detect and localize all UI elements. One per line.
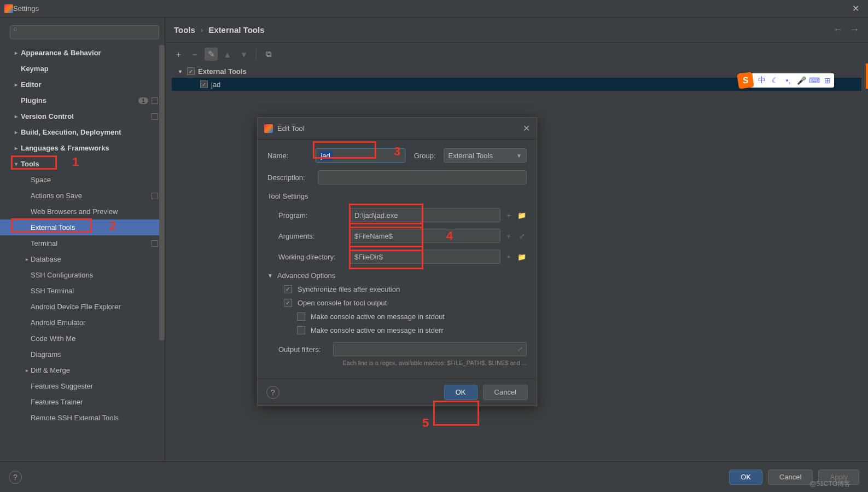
sidebar-item-languages[interactable]: Languages & Frameworks <box>0 140 165 156</box>
group-combobox[interactable]: External Tools ▼ <box>444 148 527 163</box>
ime-lang[interactable]: 中 <box>755 76 768 85</box>
move-down-button[interactable]: ▼ <box>237 48 251 61</box>
settings-search-input[interactable] <box>10 25 159 39</box>
external-tools-toolbar: ＋ − ✎ ▲ ▼ ⧉ <box>165 46 868 62</box>
sidebar-item-features-trainer[interactable]: Features Trainer <box>0 394 165 410</box>
dialog-cancel-button[interactable]: Cancel <box>483 385 528 400</box>
browse-folder-icon[interactable]: 📁 <box>517 253 527 261</box>
window-titlebar: Settings ✕ <box>0 0 868 18</box>
console-stderr-checkbox[interactable]: Make console active on message in stderr <box>297 326 527 334</box>
move-up-button[interactable]: ▲ <box>221 48 234 61</box>
browse-folder-icon[interactable]: 📁 <box>517 211 527 219</box>
grid-icon[interactable]: ⊞ <box>821 76 834 85</box>
program-label: Program: <box>278 211 349 219</box>
open-console-checkbox[interactable]: ✓ Open console for tool output <box>284 299 527 307</box>
sidebar-item-diagrams[interactable]: Diagrams <box>0 346 165 362</box>
checkbox-icon[interactable]: ✓ <box>200 80 208 88</box>
tool-settings-heading: Tool Settings <box>267 192 527 200</box>
toolbar-separator <box>256 49 257 59</box>
nav-forward-icon[interactable]: → <box>849 24 859 36</box>
sidebar-item-build[interactable]: Build, Execution, Deployment <box>0 124 165 140</box>
dialog-title: Edit Tool <box>277 124 305 132</box>
settings-cancel-button[interactable]: Cancel <box>768 470 813 485</box>
sync-files-checkbox[interactable]: ✓ Synchronize files after execution <box>284 285 527 293</box>
expand-icon[interactable]: ⤢ <box>517 345 523 353</box>
advanced-options-toggle[interactable]: ▼ Advanced Options <box>267 271 527 280</box>
help-icon[interactable]: ? <box>9 471 22 484</box>
description-label: Description: <box>267 173 318 182</box>
sidebar-item-actions-on-save[interactable]: Actions on Save <box>0 188 165 204</box>
sidebar-item-external-tools[interactable]: External Tools <box>0 219 165 235</box>
settings-footer: ? OK Cancel Apply <box>0 461 868 492</box>
checkbox-icon[interactable]: ✓ <box>187 67 195 75</box>
sidebar-item-terminal[interactable]: Terminal <box>0 235 165 251</box>
window-close-icon[interactable]: ✕ <box>848 3 864 14</box>
sidebar-item-diff-merge[interactable]: Diff & Merge <box>0 362 165 378</box>
insert-macro-icon[interactable]: + <box>504 211 514 219</box>
sidebar-item-web-browsers[interactable]: Web Browsers and Preview <box>0 204 165 219</box>
accent-edge <box>866 63 868 89</box>
insert-macro-icon[interactable]: + <box>504 232 514 240</box>
settings-sidebar: ⌕ Appearance & Behavior Keymap Editor Pl… <box>0 18 165 461</box>
sidebar-item-features-suggester[interactable]: Features Suggester <box>0 378 165 394</box>
output-filters-input[interactable]: ⤢ <box>333 342 527 356</box>
plugins-badge: 1 <box>138 97 148 104</box>
breadcrumb-root[interactable]: Tools <box>174 25 195 34</box>
program-input[interactable] <box>349 208 500 222</box>
microphone-icon[interactable]: 🎤 <box>795 76 808 85</box>
checkbox-icon: ✓ <box>284 285 292 293</box>
chevron-down-icon: ▼ <box>267 273 273 279</box>
keyboard-icon[interactable]: ⌨ <box>808 76 821 85</box>
dialog-close-icon[interactable]: ✕ <box>523 123 530 134</box>
arguments-input[interactable] <box>349 229 500 243</box>
insert-macro-icon[interactable]: + <box>504 253 514 261</box>
remove-button[interactable]: − <box>188 48 201 61</box>
breadcrumb-leaf: External Tools <box>208 25 264 34</box>
console-stdout-checkbox[interactable]: Make console active on message in stdout <box>297 312 527 321</box>
help-icon[interactable]: ? <box>266 386 279 399</box>
arguments-label: Arguments: <box>278 232 349 240</box>
sidebar-item-android-device[interactable]: Android Device File Explorer <box>0 299 165 315</box>
breadcrumb: Tools › External Tools ← → <box>165 18 868 43</box>
ime-punct-icon[interactable]: •, <box>782 76 795 85</box>
edit-button[interactable]: ✎ <box>205 48 218 61</box>
project-scope-icon <box>152 97 158 104</box>
dialog-ok-button[interactable]: OK <box>444 385 477 400</box>
sidebar-item-remote-ssh[interactable]: Remote SSH External Tools <box>0 410 165 426</box>
sidebar-item-editor[interactable]: Editor <box>0 77 165 92</box>
ime-toolbar[interactable]: S 中 ☾ •, 🎤 ⌨ ⊞ <box>739 73 834 88</box>
sidebar-item-space[interactable]: Space <box>0 172 165 188</box>
project-scope-icon <box>152 240 158 247</box>
ime-logo-icon[interactable]: S <box>737 72 754 89</box>
add-button[interactable]: ＋ <box>172 48 185 61</box>
sidebar-item-database[interactable]: Database <box>0 251 165 267</box>
sidebar-item-android-emulator[interactable]: Android Emulator <box>0 315 165 331</box>
nav-back-icon[interactable]: ← <box>833 24 843 36</box>
sidebar-scrollbar[interactable] <box>159 45 165 340</box>
name-label: Name: <box>267 152 316 160</box>
group-label: Group: <box>414 152 444 160</box>
copy-button[interactable]: ⧉ <box>262 48 275 61</box>
sidebar-item-appearance[interactable]: Appearance & Behavior <box>0 45 165 61</box>
sidebar-item-tools[interactable]: Tools <box>0 156 165 172</box>
window-title: Settings <box>13 4 39 13</box>
sidebar-item-keymap[interactable]: Keymap <box>0 61 165 77</box>
sidebar-item-ssh-terminal[interactable]: SSH Terminal <box>0 283 165 299</box>
moon-icon[interactable]: ☾ <box>768 76 782 85</box>
search-icon: ⌕ <box>13 25 17 32</box>
description-input[interactable] <box>318 170 527 184</box>
sidebar-item-ssh-configs[interactable]: SSH Configurations <box>0 267 165 283</box>
watermark: @51CTO博客 <box>809 479 850 489</box>
expand-icon[interactable]: ⤢ <box>517 232 527 240</box>
app-icon <box>264 124 273 133</box>
breadcrumb-sep-icon: › <box>201 26 203 34</box>
sidebar-item-version-control[interactable]: Version Control <box>0 108 165 124</box>
working-dir-input[interactable] <box>349 250 500 264</box>
settings-ok-button[interactable]: OK <box>729 470 762 485</box>
settings-tree[interactable]: Appearance & Behavior Keymap Editor Plug… <box>0 45 165 461</box>
project-scope-icon <box>152 193 158 199</box>
sidebar-item-code-with-me[interactable]: Code With Me <box>0 331 165 346</box>
sidebar-item-plugins[interactable]: Plugins 1 <box>0 92 165 108</box>
working-dir-label: Working directory: <box>278 253 349 261</box>
checkbox-icon: ✓ <box>284 299 292 307</box>
